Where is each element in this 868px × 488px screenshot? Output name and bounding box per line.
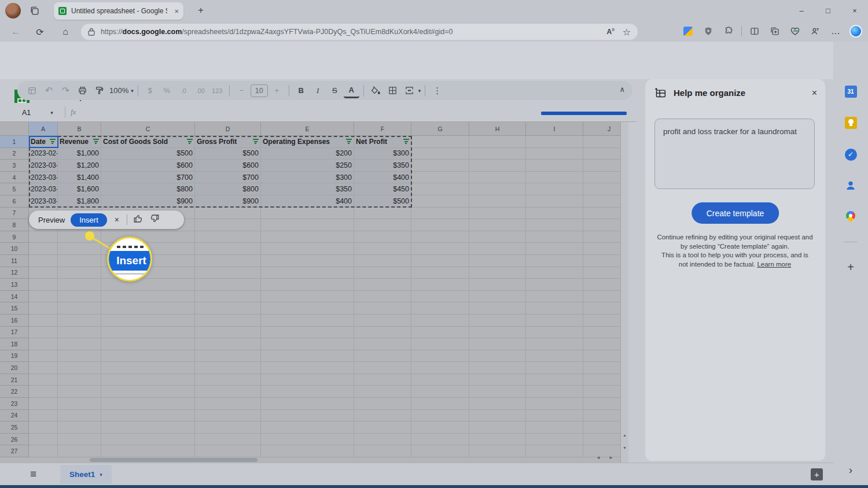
cell-F12[interactable] xyxy=(354,267,411,279)
cell-G3[interactable] xyxy=(411,160,469,172)
cell-B19[interactable] xyxy=(58,350,101,363)
row-header-25[interactable]: 25 xyxy=(0,422,29,434)
browser-profile-avatar[interactable] xyxy=(5,3,21,19)
cell-G4[interactable] xyxy=(411,172,469,184)
row-header-16[interactable]: 16 xyxy=(0,315,29,327)
cell-G6[interactable] xyxy=(411,195,469,208)
horizontal-scrollbar[interactable] xyxy=(90,458,258,462)
row-header-23[interactable]: 23 xyxy=(0,398,29,410)
row-header-21[interactable]: 21 xyxy=(0,374,29,386)
keep-icon[interactable] xyxy=(844,116,858,130)
column-header-E[interactable]: E xyxy=(261,122,354,136)
cell-D18[interactable] xyxy=(195,338,261,350)
cell-F10[interactable] xyxy=(354,243,411,255)
cell-D15[interactable] xyxy=(195,302,261,315)
cell-D4[interactable]: $700 xyxy=(195,172,261,184)
collapse-toolbar-icon[interactable]: ∧ xyxy=(619,85,625,94)
cell-C15[interactable] xyxy=(101,302,195,315)
cell-G8[interactable] xyxy=(411,219,469,231)
cell-A25[interactable] xyxy=(29,422,58,434)
cell-F21[interactable] xyxy=(354,374,411,386)
cell-B11[interactable] xyxy=(58,255,101,267)
cell-D16[interactable] xyxy=(195,315,261,327)
cell-F7[interactable] xyxy=(354,208,411,220)
cell-H14[interactable] xyxy=(469,291,526,303)
cell-A26[interactable] xyxy=(29,434,58,446)
redo-icon[interactable]: ↷ xyxy=(58,83,73,98)
scroll-down-icon[interactable]: ▼ xyxy=(621,443,628,452)
cell-G27[interactable] xyxy=(411,445,469,457)
cell-H3[interactable] xyxy=(469,160,526,172)
cell-A5[interactable]: 2023-03- xyxy=(29,183,58,195)
cell-D17[interactable] xyxy=(195,327,261,339)
cell-A12[interactable] xyxy=(29,267,58,279)
cell-I23[interactable] xyxy=(526,398,583,410)
cell-B24[interactable] xyxy=(58,410,101,422)
cell-H21[interactable] xyxy=(469,374,526,386)
preview-button[interactable]: Preview xyxy=(38,216,65,224)
cell-D11[interactable] xyxy=(195,255,261,267)
cell-I15[interactable] xyxy=(526,302,583,315)
browser-profile-icon[interactable] xyxy=(808,24,823,39)
window-close-button[interactable]: × xyxy=(841,0,868,21)
cell-E8[interactable] xyxy=(261,219,354,231)
browser-essentials-icon[interactable] xyxy=(788,24,803,39)
cell-C16[interactable] xyxy=(101,315,195,327)
cell-A11[interactable] xyxy=(29,255,58,267)
column-header-G[interactable]: G xyxy=(411,122,469,136)
cell-H7[interactable] xyxy=(469,208,526,220)
row-header-14[interactable]: 14 xyxy=(0,291,29,303)
cell-I27[interactable] xyxy=(526,445,583,457)
row-header-3[interactable]: 3 xyxy=(0,160,29,172)
cell-G10[interactable] xyxy=(411,243,469,255)
cell-H2[interactable] xyxy=(469,148,526,160)
cell-D20[interactable] xyxy=(195,362,261,374)
row-header-13[interactable]: 13 xyxy=(0,279,29,291)
cell-G15[interactable] xyxy=(411,302,469,315)
cell-C3[interactable]: $600 xyxy=(101,160,195,172)
cell-F16[interactable] xyxy=(354,315,411,327)
cell-F25[interactable] xyxy=(354,422,411,434)
cell-H5[interactable] xyxy=(469,183,526,195)
cell-E14[interactable] xyxy=(261,291,354,303)
cell-F6[interactable]: $500 xyxy=(354,195,411,208)
cell-I24[interactable] xyxy=(526,410,583,422)
cell-F17[interactable] xyxy=(354,327,411,339)
cell-B21[interactable] xyxy=(58,374,101,386)
cell-F3[interactable]: $350 xyxy=(354,160,411,172)
cell-A15[interactable] xyxy=(29,302,58,315)
merge-caret-icon[interactable]: ▾ xyxy=(418,88,421,94)
cell-A19[interactable] xyxy=(29,350,58,363)
cell-G2[interactable] xyxy=(411,148,469,160)
cell-F2[interactable]: $300 xyxy=(354,148,411,160)
row-header-7[interactable]: 7 xyxy=(0,208,29,220)
cell-I14[interactable] xyxy=(526,291,583,303)
zoom-level[interactable]: 100% xyxy=(108,83,130,98)
scroll-right-icon[interactable]: ► xyxy=(609,455,613,460)
name-box-caret-icon[interactable]: ▾ xyxy=(50,110,53,116)
cell-G24[interactable] xyxy=(411,410,469,422)
cell-D24[interactable] xyxy=(195,410,261,422)
cell-B15[interactable] xyxy=(58,302,101,315)
cell-E4[interactable]: $300 xyxy=(261,172,354,184)
panel-close-icon[interactable]: × xyxy=(812,88,817,98)
scroll-up-icon[interactable]: ▲ xyxy=(621,430,628,439)
sheet-tab[interactable]: Sheet1 ▾ xyxy=(60,465,112,484)
dismiss-icon[interactable]: × xyxy=(113,215,121,224)
cell-D13[interactable] xyxy=(195,279,261,291)
cell-H11[interactable] xyxy=(469,255,526,267)
cell-H19[interactable] xyxy=(469,350,526,363)
italic-icon[interactable]: I xyxy=(310,83,326,98)
cell-A20[interactable] xyxy=(29,362,58,374)
cell-D5[interactable]: $800 xyxy=(195,183,261,195)
more-options-icon[interactable]: … xyxy=(828,24,843,39)
cell-C24[interactable] xyxy=(101,410,195,422)
cell-C25[interactable] xyxy=(101,422,195,434)
row-header-17[interactable]: 17 xyxy=(0,327,29,339)
cell-I16[interactable] xyxy=(526,315,583,327)
cell-B14[interactable] xyxy=(58,291,101,303)
cell-F22[interactable] xyxy=(354,386,411,398)
increase-decimal-icon[interactable]: .00 xyxy=(193,83,208,98)
cell-H8[interactable] xyxy=(469,219,526,231)
cell-I6[interactable] xyxy=(526,195,583,208)
